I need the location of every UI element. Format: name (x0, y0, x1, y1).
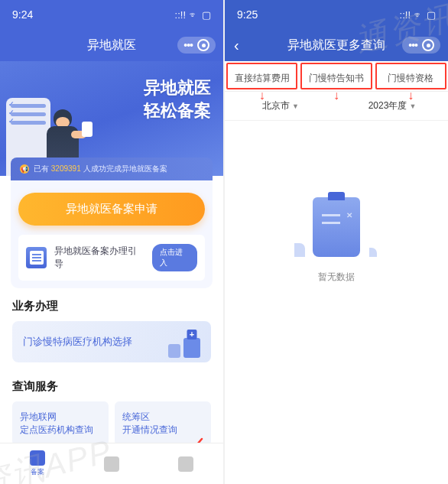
cta-container: 异地就医备案申请 异地就医备案办理引导 点击进入 (11, 180, 213, 288)
more-icon[interactable]: ••• (183, 39, 193, 51)
filter-year[interactable]: 2023年度▼ (336, 99, 448, 112)
wifi-icon: ᯤ (189, 9, 199, 21)
signal-icon: ::!! (400, 9, 411, 21)
query-card-region[interactable]: 统筹区 开通情况查询 (115, 401, 211, 446)
notice-count: 3209391 (51, 164, 81, 173)
filter-city[interactable]: 北京市▼ (225, 99, 336, 112)
tab-2[interactable] (74, 443, 148, 484)
more-icon[interactable]: ••• (408, 39, 417, 51)
navbar: ‹ 异地就医更多查询 ••• (225, 29, 448, 61)
nav-title: 异地就医更多查询 (287, 37, 385, 54)
back-icon[interactable]: ‹ (234, 37, 239, 54)
section-title-query: 查询服务 (12, 379, 211, 394)
status-icons: ::!! ᯤ ▢ (400, 9, 436, 21)
nav-capsule[interactable]: ••• (177, 37, 216, 54)
wifi-icon: ᯤ (414, 9, 424, 21)
target-icon[interactable] (197, 39, 209, 51)
status-time: 9:24 (12, 8, 33, 21)
caret-down-icon: ▼ (292, 102, 299, 110)
navbar: 异地就医 ••• (0, 29, 223, 61)
business-card[interactable]: 门诊慢特病医疗机构选择 (12, 321, 211, 362)
notice-bar: 📢 已有 3209391 人成功完成异地就医备案 (11, 158, 213, 180)
tab-filing[interactable]: 备案 (0, 443, 74, 484)
document-icon (26, 247, 47, 268)
empty-state: ✕ 暂无数据 (225, 197, 448, 284)
clipboard-icon: ✕ (313, 197, 360, 257)
guide-label: 异地就医备案办理引导 (54, 245, 144, 271)
tab-icon-filing (30, 450, 45, 466)
annotation-arrow-icon: ↓ (333, 89, 339, 102)
caret-down-icon: ▼ (409, 102, 416, 110)
tab-chronic-notice[interactable]: 门慢特告知书 ↓ (300, 63, 372, 89)
tabbar: 备案 (0, 443, 223, 484)
battery-icon: ▢ (202, 9, 211, 21)
statusbar: 9:25 ::!! ᯤ ▢ (225, 0, 448, 29)
status-time: 9:25 (237, 8, 258, 21)
tab-direct-settlement[interactable]: 直接结算费用 ↓ (226, 63, 297, 89)
target-icon[interactable] (422, 39, 434, 51)
hospital-icon (168, 338, 200, 358)
apply-button[interactable]: 异地就医备案申请 (18, 193, 205, 226)
annotation-arrow-icon: ↓ (259, 89, 265, 102)
section-title-business: 业务办理 (12, 299, 211, 313)
tab-icon-2 (104, 456, 119, 472)
tab-chronic-eligibility[interactable]: 门慢特资格 ↓ (375, 63, 446, 89)
guide-enter-button[interactable]: 点击进入 (152, 244, 197, 271)
annotation-arrow-icon: ↓ (407, 89, 414, 102)
status-icons: ::!! ᯤ ▢ (175, 9, 211, 21)
tabs-row: 直接结算费用 ↓ 门慢特告知书 ↓ 门慢特资格 ↓ (225, 61, 448, 92)
speaker-icon: 📢 (20, 164, 29, 174)
signal-icon: ::!! (175, 9, 186, 21)
statusbar: 9:24 ::!! ᯤ ▢ (0, 0, 223, 29)
phone-left: 9:24 ::!! ᯤ ▢ 异地就医 ••• 异地就医 轻松备案 📢 (0, 0, 223, 484)
phone-right: 9:25 ::!! ᯤ ▢ ‹ 异地就医更多查询 ••• 直接结算费用 ↓ 门慢… (225, 0, 448, 484)
nav-capsule[interactable]: ••• (402, 37, 440, 54)
battery-icon: ▢ (427, 9, 436, 21)
section-business: 业务办理 门诊慢特病医疗机构选择 (0, 288, 223, 369)
nav-title: 异地就医 (87, 37, 136, 54)
tab-icon-3 (178, 456, 193, 472)
empty-text: 暂无数据 (318, 271, 355, 284)
guide-card[interactable]: 异地就医备案办理引导 点击进入 (18, 235, 205, 281)
tab-3[interactable] (149, 443, 223, 484)
query-card-network[interactable]: 异地联网 定点医药机构查询 (12, 401, 109, 446)
